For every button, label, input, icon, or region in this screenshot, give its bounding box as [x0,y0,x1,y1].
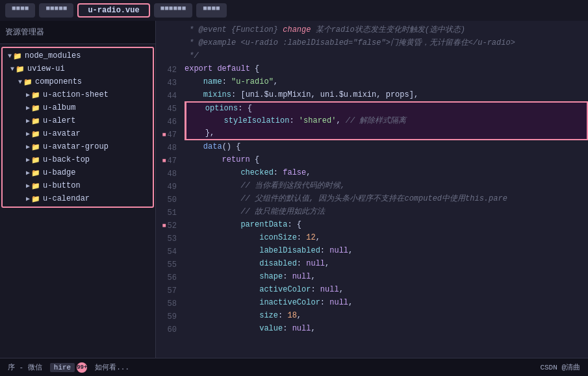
bottom-bar-app: 序 - 微信 [8,362,42,373]
bottom-bar-extra: 如何看... [95,362,129,373]
sidebar-item-u-button[interactable]: ▶ 📁 u-button [3,179,153,192]
folder-icon: 📁 [31,156,40,164]
code-line: * @event {Function} change 某个radio状态发生变化… [185,23,588,36]
sidebar-item-components[interactable]: ▼ 📁 components [3,75,153,88]
top-bar-left: ■■■■ ■■■■■ u-radio.vue ■■■■■■ ■■■■ [5,3,583,18]
code-line: export default { [185,62,588,75]
folder-icon: 📁 [31,182,40,190]
folder-icon: 📁 [31,117,40,125]
fold-icon-3: ■ [162,219,166,232]
line-numbers: 42 43 44 45 46 ■47 48 ■47 48 49 50 51 ■5… [156,23,182,358]
top-bar-pill-3[interactable]: ■■■■■■ [154,3,193,18]
bottom-bar-hire[interactable]: hire 99+ [50,362,87,373]
folder-icon: 📁 [31,104,40,112]
code-line: name : "u-radio" , [185,75,588,88]
sidebar-item-u-alert[interactable]: ▶ 📁 u-alert [3,114,153,127]
bottom-bar: 序 - 微信 hire 99+ 如何看... CSDN @清曲 [0,358,588,376]
code-line: labelDisabled : null , [185,244,588,257]
sidebar-item-label: u-badge [43,168,75,177]
top-bar-pill-4[interactable]: ■■■■ [196,3,226,18]
code-line: inactiveColor : null , [185,296,588,309]
code-content: 42 43 44 45 46 ■47 48 ■47 48 49 50 51 ■5… [156,21,588,358]
code-line: return { [185,153,588,166]
folder-icon: 📁 [13,52,22,60]
bottom-bar-right: CSDN @清曲 [540,362,580,372]
code-line-options-start: options : { [185,101,588,114]
chevron-right-icon: ▶ [26,195,30,203]
sidebar-item-label: u-calendar [43,194,90,203]
bottom-bar-left: 序 - 微信 hire 99+ 如何看... [8,362,530,373]
notification-badge: 99+ [77,362,87,373]
chevron-right-icon: ▶ [26,117,30,125]
line-num-52: ■52 [156,219,177,232]
code-line: */ [185,49,588,62]
top-bar: ■■■■ ■■■■■ u-radio.vue ■■■■■■ ■■■■ [0,0,588,21]
active-file-tab[interactable]: u-radio.vue [77,3,149,18]
sidebar-item-label: u-button [43,181,81,190]
code-line: // 故只能使用如此方法 [185,205,588,218]
sidebar-item-label: u-action-sheet [43,90,109,99]
folder-icon: 📁 [31,169,40,177]
chevron-right-icon: ▶ [26,104,30,112]
sidebar-item-label: uview-ui [27,64,65,73]
code-line-style-isolation: styleIsolation : 'shared' , // 解除样式隔离 [185,114,588,127]
chevron-right-icon: ▶ [26,130,30,138]
sidebar-item-label: node_modules [25,51,81,60]
sidebar-item-u-badge[interactable]: ▶ 📁 u-badge [3,166,153,179]
folder-icon: 📁 [23,78,32,86]
code-line: iconSize : 12 , [185,231,588,244]
chevron-down-icon: ▼ [18,79,22,86]
code-lines: * @event {Function} change 某个radio状态发生变化… [182,23,588,358]
sidebar-item-label: components [35,77,82,86]
fold-icon: ■ [162,129,166,142]
folder-icon: 📁 [31,195,40,203]
code-line-options-end: }, [185,127,588,140]
code-line: shape : null , [185,270,588,283]
fold-icon-2: ■ [162,155,166,168]
sidebar-item-u-avatar[interactable]: ▶ 📁 u-avatar [3,127,153,140]
sidebar-item-label: u-avatar-group [43,142,109,151]
sidebar-item-u-album[interactable]: ▶ 📁 u-album [3,101,153,114]
top-bar-pill-1[interactable]: ■■■■ [5,3,35,18]
extra-text: 如何看... [95,362,129,372]
code-line: // 当你看到这段代码的时候, [185,179,588,192]
folder-icon: 📁 [31,91,40,99]
sidebar-header-label: 资源管理器 [5,27,44,38]
code-line: parentData : { [185,218,588,231]
folder-icon: 📁 [31,143,40,151]
code-line: checked : false , [185,166,588,179]
hire-label: hire [50,363,75,372]
sidebar-item-u-back-top[interactable]: ▶ 📁 u-back-top [3,153,153,166]
chevron-right-icon: ▶ [26,91,30,99]
line-num-47b: ■47 [156,155,177,168]
code-line: value : null , [185,322,588,335]
csdn-label: CSDN @清曲 [540,364,580,371]
top-bar-pill-2[interactable]: ■■■■■ [39,3,73,18]
sidebar-item-label: u-album [43,103,75,112]
sidebar-item-uview-ui[interactable]: ▼ 📁 uview-ui [3,62,153,75]
chevron-down-icon: ▼ [8,53,12,60]
sidebar-item-label: u-back-top [43,155,90,164]
sidebar-item-u-calendar[interactable]: ▶ 📁 u-calendar [3,192,153,205]
sidebar-item-u-avatar-group[interactable]: ▶ 📁 u-avatar-group [3,140,153,153]
sidebar-header: 资源管理器 [0,21,155,44]
sidebar-item-label: u-alert [43,116,75,125]
sidebar-item-node-modules[interactable]: ▼ 📁 node_modules [3,49,153,62]
code-line: size : 18 , [185,309,588,322]
chevron-down-icon: ▼ [10,66,14,73]
code-line: mixins : [ uni.$u.mpMixin, uni.$u.mixin,… [185,88,588,101]
folder-icon: 📁 [31,130,40,138]
code-line: * @example <u-radio :labelDisabled="fals… [185,36,588,49]
code-line: disabled : null , [185,257,588,270]
line-num-45: 45 [156,103,177,116]
sidebar-item-label: u-avatar [43,129,81,138]
folder-icon: 📁 [16,65,25,73]
sidebar-item-u-action-sheet[interactable]: ▶ 📁 u-action-sheet [3,88,153,101]
chevron-right-icon: ▶ [26,182,30,190]
code-editor: 42 43 44 45 46 ■47 48 ■47 48 49 50 51 ■5… [156,21,588,358]
app-label: 序 - 微信 [8,362,42,372]
sidebar: 资源管理器 ▼ 📁 node_modules ▼ 📁 uview-ui ▼ 📁 … [0,21,156,358]
line-num-47: ■47 [156,129,177,142]
line-num-46: 46 [156,116,177,129]
main-area: 资源管理器 ▼ 📁 node_modules ▼ 📁 uview-ui ▼ 📁 … [0,21,588,358]
